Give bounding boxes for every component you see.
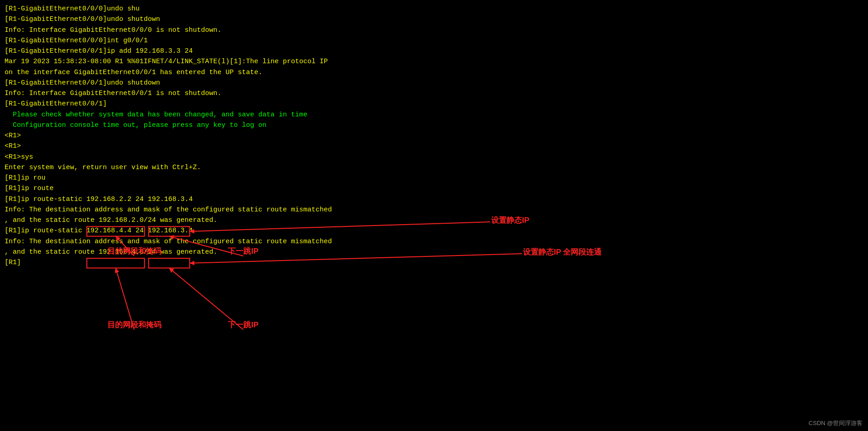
terminal-line: [R1]ip rou [5, 173, 863, 183]
terminal-line: Mar 19 2023 15:38:23-08:00 R1 %%01IFNET/… [5, 56, 863, 67]
terminal-line: , and the static route 192.168.4.0/24 wa… [5, 247, 863, 257]
terminal-line: , and the static route 192.168.2.0/24 wa… [5, 215, 863, 226]
terminal-line: [R1-GigabitEthernet0/0/1] [5, 99, 863, 109]
terminal-line: Info: The destination address and mask o… [5, 205, 863, 215]
terminal-line: <R1>sys [5, 152, 863, 162]
terminal-line: [R1-GigabitEthernet0/0/0]undo shu [5, 4, 863, 14]
watermark: CSDN @世间浮游客 [808, 419, 863, 427]
terminal-line: [R1-GigabitEthernet0/0/0]int g0/0/1 [5, 35, 863, 46]
terminal-line: Please check whether system data has bee… [5, 110, 863, 120]
terminal-line: [R1-GigabitEthernet0/0/0]undo shutdown [5, 14, 863, 25]
terminal-line: [R1]ip route-static 192.168.2.2 24 192.1… [5, 194, 863, 205]
terminal: [R1-GigabitEthernet0/0/0]undo shu[R1-Gig… [0, 0, 868, 271]
terminal-line: [R1-GigabitEthernet0/0/1]undo shutdown [5, 78, 863, 88]
terminal-line: Configuration console time out, please p… [5, 120, 863, 130]
svg-text:目的网段和掩码: 目的网段和掩码 [107, 321, 161, 329]
terminal-line: Info: The destination address and mask o… [5, 236, 863, 247]
terminal-line: <R1> [5, 141, 863, 151]
terminal-line: Info: Interface GigabitEthernet0/0/0 is … [5, 25, 863, 35]
svg-line-16 [169, 268, 243, 330]
terminal-line: [R1]ip route [5, 183, 863, 194]
terminal-line: [R1-GigabitEthernet0/0/1]ip add 192.168.… [5, 46, 863, 56]
terminal-line: [R1]ip route-static 192.168.4.4 24 192.1… [5, 226, 863, 236]
terminal-line: [R1] [5, 257, 863, 268]
terminal-line: <R1> [5, 130, 863, 141]
svg-line-14 [115, 268, 134, 330]
svg-text:下一跳IP: 下一跳IP [228, 321, 258, 329]
terminal-line: Enter system view, return user view with… [5, 162, 863, 173]
terminal-line: Info: Interface GigabitEthernet0/0/1 is … [5, 88, 863, 99]
terminal-line: on the interface GigabitEthernet0/0/1 ha… [5, 67, 863, 78]
